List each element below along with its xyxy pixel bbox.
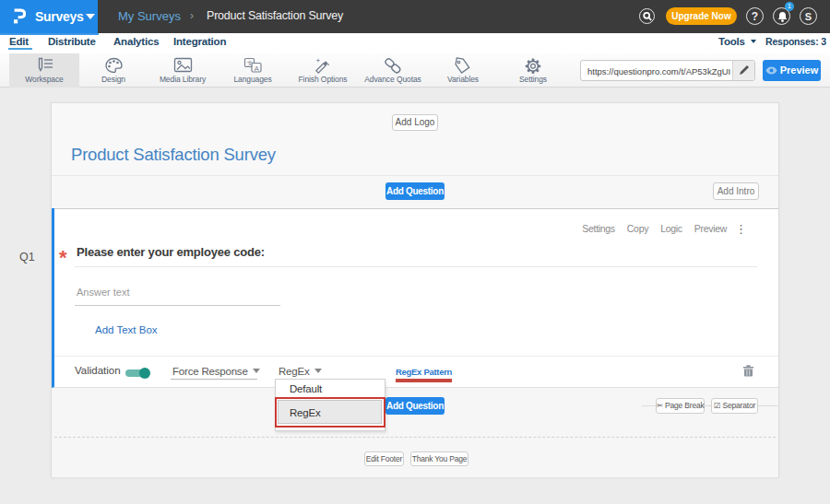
svg-text:文: 文 [247,60,254,66]
svg-text:A: A [255,64,259,73]
